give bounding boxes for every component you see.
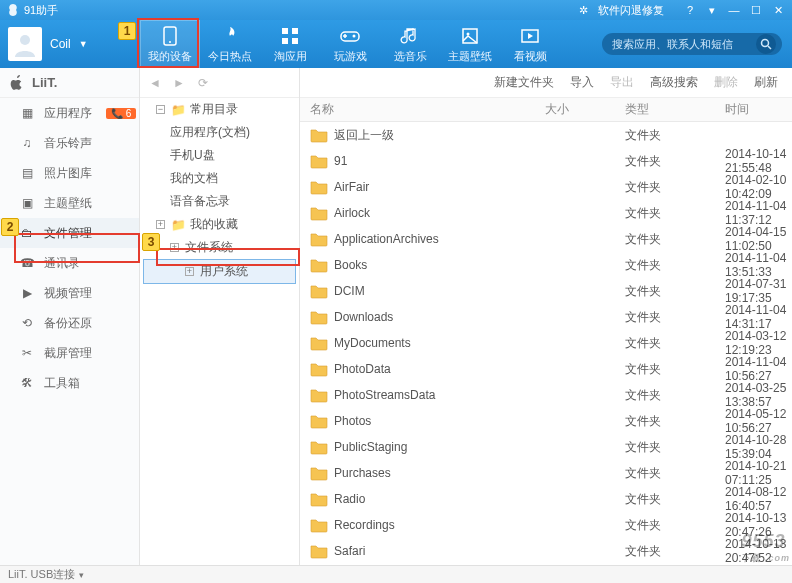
sidebar-icon: 🛠 bbox=[20, 376, 34, 390]
back-icon[interactable]: ◄ bbox=[146, 76, 164, 90]
nav-item-fire[interactable]: 今日热点 bbox=[200, 20, 260, 68]
folder-icon bbox=[310, 257, 328, 273]
sidebar-icon: ▤ bbox=[20, 166, 34, 180]
table-row[interactable]: PhotoStreamsData文件夹2014-03-25 13:38:57 bbox=[300, 382, 792, 408]
svg-rect-5 bbox=[282, 38, 288, 44]
sidebar-item-label: 工具箱 bbox=[44, 375, 80, 392]
table-row[interactable]: DCIM文件夹2014-07-31 19:17:35 bbox=[300, 278, 792, 304]
sidebar-item-4[interactable]: 🗀文件管理 bbox=[0, 218, 139, 248]
nav-item-grid[interactable]: 淘应用 bbox=[260, 20, 320, 68]
sidebar-item-0[interactable]: ▦应用程序📞 6 bbox=[0, 98, 139, 128]
table-row[interactable]: AirFair文件夹2014-02-10 10:42:09 bbox=[300, 174, 792, 200]
search-input[interactable] bbox=[612, 38, 752, 50]
tree-node[interactable]: 应用程序(文档) bbox=[140, 121, 299, 144]
nav-label: 看视频 bbox=[514, 49, 547, 64]
file-type: 文件夹 bbox=[625, 335, 725, 352]
refresh-button[interactable]: 刷新 bbox=[754, 74, 778, 91]
sidebar-item-label: 备份还原 bbox=[44, 315, 92, 332]
table-row[interactable]: PublicStaging文件夹2014-10-28 15:39:04 bbox=[300, 434, 792, 460]
file-name: Photos bbox=[334, 414, 371, 428]
export-button[interactable]: 导出 bbox=[610, 74, 634, 91]
folder-icon bbox=[310, 179, 328, 195]
folder-icon bbox=[310, 231, 328, 247]
forward-icon[interactable]: ► bbox=[170, 76, 188, 90]
table-row[interactable]: general_storage文件夹 bbox=[300, 564, 792, 565]
folder-icon bbox=[310, 517, 328, 533]
sidebar-item-1[interactable]: ♫音乐铃声 bbox=[0, 128, 139, 158]
table-row[interactable]: Radio文件夹2014-08-12 16:40:57 bbox=[300, 486, 792, 512]
tree-node[interactable]: 手机U盘 bbox=[140, 144, 299, 167]
table-row[interactable]: 返回上一级文件夹 bbox=[300, 122, 792, 148]
nav-item-theme[interactable]: 主题壁纸 bbox=[440, 20, 500, 68]
sidebar-item-6[interactable]: ▶视频管理 bbox=[0, 278, 139, 308]
tree-node[interactable]: 语音备忘录 bbox=[140, 190, 299, 213]
svg-point-2 bbox=[169, 41, 171, 43]
nav-item-video[interactable]: 看视频 bbox=[500, 20, 560, 68]
folder-icon bbox=[310, 439, 328, 455]
file-name: Recordings bbox=[334, 518, 395, 532]
close-icon[interactable]: ✕ bbox=[770, 4, 786, 17]
sidebar-item-9[interactable]: 🛠工具箱 bbox=[0, 368, 139, 398]
chevron-down-icon[interactable]: ▾ bbox=[79, 570, 84, 580]
sidebar-item-7[interactable]: ⟲备份还原 bbox=[0, 308, 139, 338]
col-name[interactable]: 名称 bbox=[310, 101, 545, 118]
sidebar-item-2[interactable]: ▤照片图库 bbox=[0, 158, 139, 188]
file-name: DCIM bbox=[334, 284, 365, 298]
table-row[interactable]: Safari文件夹2014-10-13 20:47:52 bbox=[300, 538, 792, 564]
maximize-icon[interactable]: ☐ bbox=[748, 4, 764, 17]
tree-node-favorites[interactable]: + 📁 我的收藏 bbox=[140, 213, 299, 236]
tree-node-common[interactable]: − 📁 常用目录 bbox=[140, 98, 299, 121]
expand-icon[interactable]: + bbox=[185, 267, 194, 276]
table-row[interactable]: PhotoData文件夹2014-11-04 10:56:27 bbox=[300, 356, 792, 382]
file-time: 2014-04-15 11:02:50 bbox=[725, 225, 792, 253]
callout-1: 1 bbox=[118, 22, 136, 40]
table-row[interactable]: Photos文件夹2014-05-12 10:56:27 bbox=[300, 408, 792, 434]
tree-node-usersystem[interactable]: + 用户系统 bbox=[143, 259, 296, 284]
table-row[interactable]: MyDocuments文件夹2014-03-12 12:19:23 bbox=[300, 330, 792, 356]
file-type: 文件夹 bbox=[625, 153, 725, 170]
adv-search-button[interactable]: 高级搜索 bbox=[650, 74, 698, 91]
sidebar-item-8[interactable]: ✂截屏管理 bbox=[0, 338, 139, 368]
col-size[interactable]: 大小 bbox=[545, 101, 625, 118]
table-row[interactable]: 91文件夹2014-10-14 21:55:48 bbox=[300, 148, 792, 174]
search-area bbox=[602, 20, 792, 68]
file-name: Radio bbox=[334, 492, 365, 506]
flash-repair-link[interactable]: 软件闪退修复 bbox=[598, 3, 664, 18]
help-icon[interactable]: ? bbox=[682, 4, 698, 17]
gear-icon[interactable]: ✲ bbox=[579, 4, 588, 17]
device-header[interactable]: LiiT. bbox=[0, 68, 139, 98]
table-row[interactable]: Downloads文件夹2014-11-04 14:31:17 bbox=[300, 304, 792, 330]
tree-node[interactable]: 我的文档 bbox=[140, 167, 299, 190]
nav-label: 淘应用 bbox=[274, 49, 307, 64]
expand-icon[interactable]: + bbox=[170, 243, 179, 252]
nav-item-device[interactable]: 我的设备 bbox=[140, 20, 200, 68]
tree-node-filesystem[interactable]: + 文件系统 bbox=[140, 236, 299, 259]
collapse-icon[interactable]: − bbox=[156, 105, 165, 114]
sidebar-item-3[interactable]: ▣主题壁纸 bbox=[0, 188, 139, 218]
callout-2: 2 bbox=[1, 218, 19, 236]
table-row[interactable]: ApplicationArchives文件夹2014-04-15 11:02:5… bbox=[300, 226, 792, 252]
sidebar-item-5[interactable]: ☎通讯录 bbox=[0, 248, 139, 278]
sidebar-icon: ▦ bbox=[20, 106, 34, 120]
svg-rect-6 bbox=[292, 38, 298, 44]
col-time[interactable]: 时间 bbox=[725, 101, 792, 118]
sidebar-item-label: 应用程序 bbox=[44, 105, 92, 122]
new-folder-button[interactable]: 新建文件夹 bbox=[494, 74, 554, 91]
table-row[interactable]: Airlock文件夹2014-11-04 11:37:12 bbox=[300, 200, 792, 226]
table-row[interactable]: Recordings文件夹2014-10-13 20:47:26 bbox=[300, 512, 792, 538]
minimize-icon[interactable]: — bbox=[726, 4, 742, 17]
video-icon bbox=[519, 25, 541, 47]
expand-icon[interactable]: + bbox=[156, 220, 165, 229]
table-row[interactable]: Purchases文件夹2014-10-21 07:11:25 bbox=[300, 460, 792, 486]
device-icon bbox=[159, 25, 181, 47]
refresh-icon[interactable]: ⟳ bbox=[194, 76, 212, 90]
import-button[interactable]: 导入 bbox=[570, 74, 594, 91]
nav-item-music[interactable]: 选音乐 bbox=[380, 20, 440, 68]
dropdown-icon[interactable]: ▾ bbox=[704, 4, 720, 17]
search-button[interactable] bbox=[756, 34, 776, 54]
col-type[interactable]: 类型 bbox=[625, 101, 725, 118]
nav-item-game[interactable]: 玩游戏 bbox=[320, 20, 380, 68]
delete-button[interactable]: 删除 bbox=[714, 74, 738, 91]
file-time: 2014-05-12 10:56:27 bbox=[725, 407, 792, 435]
table-row[interactable]: Books文件夹2014-11-04 13:51:33 bbox=[300, 252, 792, 278]
